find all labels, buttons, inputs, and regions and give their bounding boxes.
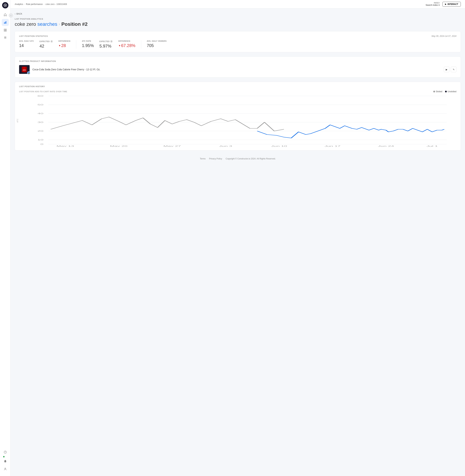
notification-dot <box>3 456 5 457</box>
page-section-label: LIST POSITION ANALYTICS <box>15 18 461 20</box>
stats-date: May 09, 2024-Jul 07, 2024 <box>432 35 456 37</box>
lock-badge: 🔒 <box>27 71 30 75</box>
breadcrumb-current: coke zero - 108010408 <box>45 3 67 5</box>
stats-group-atc: AVG. DAILY ATC 14 EXPECTED i 42 DIFFEREN… <box>19 40 76 49</box>
stat-avg-daily-atc-value: 14 <box>19 43 34 48</box>
stat-atc-rate-value: 1.95% <box>82 43 94 48</box>
sidebar-item-layers[interactable] <box>2 34 9 41</box>
product-edit-button[interactable]: ✎ <box>451 67 456 72</box>
breadcrumb-analytics[interactable]: Analytics <box>15 3 23 5</box>
svg-text:Jul 1: Jul 1 <box>426 145 438 147</box>
main-area: Analytics › Rule performance › coke zero… <box>11 0 465 476</box>
title-arrow: › <box>59 22 60 26</box>
svg-rect-2 <box>4 22 5 24</box>
svg-rect-8 <box>5 30 7 31</box>
sidebar-item-home[interactable] <box>2 11 9 18</box>
svg-text:50: 50 <box>38 104 43 106</box>
stat-avg-daily-viewers: AVG. DAILY VIEWERS 705 <box>147 40 167 49</box>
legend-slotted-dot <box>433 91 435 92</box>
footer-privacy[interactable]: Privacy Policy <box>209 157 222 160</box>
stats-group-atc-rate: ATC RATE 1.95% EXPECTED i 5.97% DIFFEREN… <box>82 40 141 49</box>
footer-terms[interactable]: Terms <box>200 157 206 160</box>
svg-text:40: 40 <box>38 112 43 114</box>
back-button[interactable]: ‹ BACK <box>15 13 461 15</box>
svg-rect-6 <box>5 29 7 30</box>
chevron-down-icon: ▾ <box>439 4 440 6</box>
product-card: SLOTTED PRODUCT INFORMATION <box>15 56 461 77</box>
stat-atc-rate: ATC RATE 1.95% <box>82 40 94 49</box>
svg-text:Jun 24: Jun 24 <box>378 145 394 147</box>
svg-text:ZERO: ZERO <box>23 69 26 71</box>
product-image: ZERO 🔒 <box>19 65 30 74</box>
svg-text:20: 20 <box>38 130 43 132</box>
breadcrumb-rule-performance[interactable]: Rule performance <box>26 3 42 5</box>
sidebar-nav <box>0 11 10 447</box>
sidebar-item-help[interactable]: ? <box>2 449 9 456</box>
play-icon: ▶ <box>445 3 446 5</box>
product-row: ZERO 🔒 Coca-Cola Soda Zero Cola Calorie … <box>19 65 456 74</box>
sidebar-toggle[interactable]: › <box>9 13 13 18</box>
index-value: Search index ▾ <box>426 4 440 6</box>
stat-expected-1-value: 42 <box>40 44 53 49</box>
sidebar-item-analytics[interactable] <box>2 19 9 26</box>
chart-legend: Slotted Unslotted <box>433 90 456 93</box>
product-play-button[interactable]: ▶ <box>444 67 449 72</box>
history-card: LIST POSITION HISTORY LIST POSITION ADD-… <box>15 82 461 151</box>
stats-grid: AVG. DAILY ATC 14 EXPECTED i 42 DIFFEREN… <box>19 40 456 49</box>
app-logo[interactable] <box>2 2 8 8</box>
sidebar-item-user[interactable] <box>2 465 9 473</box>
chart-title: LIST POSITION ADD-TO-CART RATE OVER TIME <box>19 90 67 93</box>
legend-unslotted-dot <box>445 91 447 92</box>
index-selector[interactable]: INDEX Search index ▾ <box>426 2 440 6</box>
svg-text:May 27: May 27 <box>163 145 181 147</box>
stat-expected-1: EXPECTED i 42 <box>40 40 53 49</box>
query-text: coke zero <box>15 22 36 27</box>
stat-avg-daily-atc-label: AVG. DAILY ATC <box>19 40 34 42</box>
footer: Terms Privacy Policy Copyright © Constru… <box>15 155 461 163</box>
content-area: ‹ BACK LIST POSITION ANALYTICS coke zero… <box>11 8 465 476</box>
stat-difference-2: DIFFERENCE ▼ 67.28% <box>118 40 135 49</box>
stat-difference-2-value: ▼ 67.28% <box>118 43 135 48</box>
stat-avg-daily-viewers-label: AVG. DAILY VIEWERS <box>147 40 167 42</box>
index-label: INDEX <box>434 2 440 4</box>
topbar: Analytics › Rule performance › coke zero… <box>11 0 465 8</box>
interact-button[interactable]: ▶ INTERACT <box>442 2 461 7</box>
chart-svg: 60 50 40 30 20 10 0 May 13 May 20 May 27… <box>19 94 456 147</box>
legend-slotted: Slotted <box>433 90 442 93</box>
svg-text:May 20: May 20 <box>110 145 127 147</box>
stat-expected-1-label: EXPECTED i <box>40 40 53 43</box>
stat-atc-rate-label: ATC RATE <box>82 40 94 42</box>
back-label: BACK <box>16 13 22 15</box>
sidebar-item-grid[interactable] <box>2 27 9 34</box>
chart-area: ATC 60 50 <box>19 94 456 147</box>
stat-difference-1-label: DIFFERENCE <box>59 40 71 42</box>
stats-group-viewers: AVG. DAILY VIEWERS 705 <box>147 40 172 49</box>
svg-text:May 13: May 13 <box>56 145 74 147</box>
chart-container: LIST POSITION ADD-TO-CART RATE OVER TIME… <box>19 90 456 147</box>
svg-text:Jun 3: Jun 3 <box>219 145 232 147</box>
stat-expected-2-label: EXPECTED i <box>99 40 113 43</box>
down-arrow-2: ▼ <box>118 44 121 47</box>
stat-avg-daily-atc: AVG. DAILY ATC 14 <box>19 40 34 49</box>
stats-section-label: LIST POSITION STATISTICS <box>19 35 48 37</box>
breadcrumb-sep-2: › <box>44 3 44 5</box>
info-icon-1[interactable]: i <box>51 40 53 43</box>
svg-rect-3 <box>5 22 5 24</box>
product-card-label: SLOTTED PRODUCT INFORMATION <box>19 60 456 62</box>
stat-difference-1-value: ▼ 28 <box>59 43 71 48</box>
svg-text:10: 10 <box>38 139 43 141</box>
footer-copyright: Copyright © Constructor.io 2024. All Rig… <box>226 157 276 160</box>
svg-text:Jun 10: Jun 10 <box>271 145 287 147</box>
history-label: LIST POSITION HISTORY <box>19 85 456 88</box>
info-icon-2[interactable]: i <box>110 40 113 43</box>
svg-point-14 <box>5 468 6 469</box>
svg-rect-9 <box>4 37 6 38</box>
svg-text:Jun 17: Jun 17 <box>325 145 341 147</box>
breadcrumb-sep-1: › <box>24 3 25 5</box>
svg-text:60: 60 <box>38 95 43 97</box>
position-label: Position #2 <box>61 22 87 27</box>
chart-y-label: ATC <box>17 119 19 122</box>
svg-rect-11 <box>4 37 6 37</box>
sidebar-item-notifications[interactable] <box>2 456 9 465</box>
svg-rect-10 <box>4 38 6 38</box>
